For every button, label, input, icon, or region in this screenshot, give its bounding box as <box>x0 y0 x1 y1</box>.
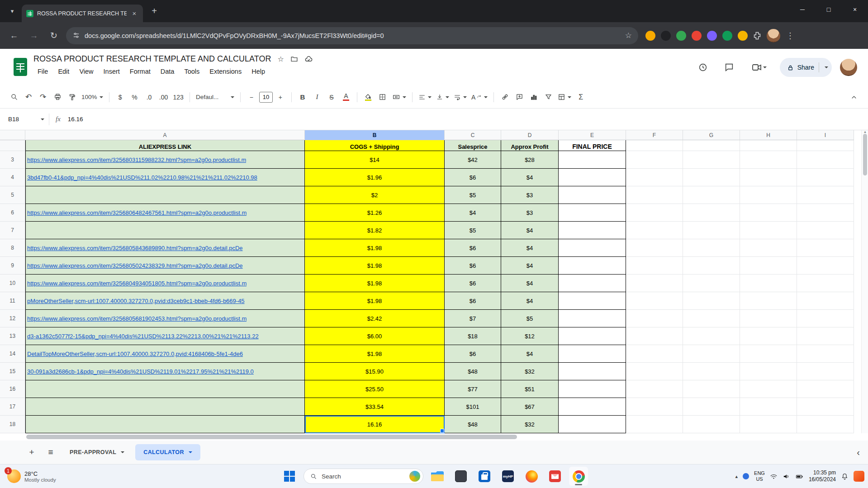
tray-screenshot-icon[interactable] <box>854 471 864 482</box>
sheets-logo-icon[interactable] <box>14 58 27 76</box>
cell-empty[interactable] <box>797 380 854 398</box>
new-tab-button[interactable]: + <box>147 5 161 18</box>
cell-aliexpress-link[interactable]: 30-091a3d2686cb-1&pdp_npi=4%40dis%21USD%… <box>25 363 305 380</box>
row-number[interactable]: 17 <box>0 398 25 416</box>
cell-salesprice[interactable]: $6 <box>445 169 501 186</box>
cell-empty[interactable] <box>683 327 740 345</box>
store-button[interactable] <box>475 467 494 486</box>
cell-approx-profit[interactable]: $12 <box>501 327 559 345</box>
decrease-font-size-button[interactable]: − <box>245 90 258 104</box>
row-number[interactable]: 10 <box>0 275 25 292</box>
cell-cogs[interactable]: $1.96 <box>305 169 445 186</box>
cell-empty[interactable] <box>683 151 740 169</box>
cell-cogs[interactable]: $1.98 <box>305 239 445 257</box>
cell-final-price[interactable] <box>559 380 626 398</box>
cell-final-price[interactable] <box>559 327 626 345</box>
cell-aliexpress-link[interactable]: d3-a1362c5077f2-15&pdp_npi=4%40dis%21USD… <box>25 327 305 345</box>
bookmark-star-icon[interactable]: ☆ <box>625 31 632 40</box>
bold-button[interactable]: B <box>296 90 309 104</box>
cell-empty[interactable] <box>740 310 797 327</box>
row-number[interactable]: 13 <box>0 327 25 345</box>
cell-final-price[interactable] <box>559 292 626 310</box>
insert-link-icon[interactable] <box>498 90 512 104</box>
row-number[interactable]: 5 <box>0 186 25 204</box>
cell-empty[interactable] <box>797 398 854 416</box>
cell-approx-profit[interactable]: $4 <box>501 239 559 257</box>
cell-approx-profit[interactable]: $3 <box>501 204 559 222</box>
cell-empty[interactable] <box>797 204 854 222</box>
cell-salesprice[interactable]: $6 <box>445 275 501 292</box>
cell-final-price[interactable] <box>559 186 626 204</box>
cell-aliexpress-link[interactable]: DetailTopMoreOtherSeller,scm-url:1007.40… <box>25 345 305 363</box>
number-format-button[interactable]: 123 <box>171 90 185 104</box>
cell-empty[interactable] <box>683 398 740 416</box>
cell-empty[interactable] <box>797 327 854 345</box>
format-percent-button[interactable]: % <box>128 90 142 104</box>
cell-aliexpress-link[interactable]: https://www.aliexpress.com/item/32568064… <box>25 204 305 222</box>
insert-chart-icon[interactable] <box>527 90 541 104</box>
cell-cogs[interactable]: 16.16 <box>305 416 445 433</box>
cell-cogs[interactable]: $33.54 <box>305 398 445 416</box>
menu-insert[interactable]: Insert <box>100 66 124 76</box>
battery-icon[interactable] <box>795 473 804 480</box>
header-aliexpress-link[interactable]: ALIEXPRESS LINK <box>25 140 305 151</box>
horizontal-scrollbar[interactable] <box>0 433 859 441</box>
cell-empty[interactable] <box>797 275 854 292</box>
share-button[interactable]: Share <box>780 58 832 77</box>
cell-final-price[interactable] <box>559 169 626 186</box>
cell-empty[interactable] <box>740 169 797 186</box>
mail-button[interactable] <box>545 467 564 486</box>
cell-empty[interactable] <box>626 398 683 416</box>
cell-approx-profit[interactable]: $32 <box>501 363 559 380</box>
cell-approx-profit[interactable]: $5 <box>501 310 559 327</box>
menu-file[interactable]: File <box>33 66 52 76</box>
column-header-g[interactable]: G <box>683 130 740 140</box>
extension-icon[interactable] <box>676 31 686 41</box>
cell-empty[interactable] <box>797 310 854 327</box>
cell-empty[interactable] <box>626 151 683 169</box>
cell-empty[interactable] <box>683 204 740 222</box>
cell-cogs[interactable]: $1.98 <box>305 275 445 292</box>
cell-final-price[interactable] <box>559 416 626 433</box>
row-number[interactable]: 15 <box>0 363 25 380</box>
myhp-button[interactable]: myHP <box>498 467 517 486</box>
scroll-up-icon[interactable]: ▴ <box>862 129 868 134</box>
cell-empty[interactable] <box>797 363 854 380</box>
cell-empty[interactable] <box>797 416 854 433</box>
cell-salesprice[interactable]: $18 <box>445 327 501 345</box>
font-select[interactable]: Defaul... <box>194 90 236 104</box>
cell-aliexpress-link[interactable]: 3bd47fb0-41&pdp_npi=4%40dis%21USD%211.02… <box>25 169 305 186</box>
cell-empty[interactable] <box>740 292 797 310</box>
cell-aliexpress-link[interactable]: https://www.aliexpress.com/item/32568049… <box>25 275 305 292</box>
share-dropdown-icon[interactable] <box>825 66 828 68</box>
taskbar-search[interactable]: Search <box>304 469 423 484</box>
merge-cells-button[interactable] <box>390 90 408 104</box>
cell-empty[interactable] <box>626 345 683 363</box>
font-size-input[interactable]: 10 <box>259 92 273 103</box>
text-wrap-button[interactable] <box>452 90 469 104</box>
cell-cogs[interactable]: $15.90 <box>305 363 445 380</box>
borders-button[interactable] <box>376 90 389 104</box>
table-views-button[interactable] <box>556 90 573 104</box>
cell-empty[interactable] <box>740 222 797 239</box>
firefox-button[interactable] <box>522 467 541 486</box>
select-all-button[interactable] <box>0 130 25 140</box>
window-minimize-button[interactable]: ─ <box>789 0 816 19</box>
add-sheet-icon[interactable]: + <box>24 444 40 460</box>
cell-approx-profit[interactable]: $4 <box>501 345 559 363</box>
increase-font-size-button[interactable]: + <box>274 90 287 104</box>
cell-salesprice[interactable]: $6 <box>445 257 501 275</box>
format-currency-button[interactable]: $ <box>114 90 127 104</box>
cell-salesprice[interactable]: $6 <box>445 345 501 363</box>
tab-close-icon[interactable]: × <box>130 9 138 17</box>
cell-empty[interactable] <box>683 239 740 257</box>
sheet-tab-pre-approval[interactable]: PRE-APPROVAL <box>62 444 133 460</box>
reload-icon[interactable]: ↻ <box>46 28 62 43</box>
cell-cogs[interactable]: $25.50 <box>305 380 445 398</box>
decrease-decimal-button[interactable]: .0 <box>142 90 156 104</box>
weather-widget[interactable]: 1 28°C Mostly cloudy <box>4 464 60 488</box>
cell-empty[interactable] <box>683 416 740 433</box>
cell-empty[interactable] <box>626 239 683 257</box>
browser-profile-avatar[interactable] <box>767 29 780 43</box>
column-header-h[interactable]: H <box>740 130 797 140</box>
